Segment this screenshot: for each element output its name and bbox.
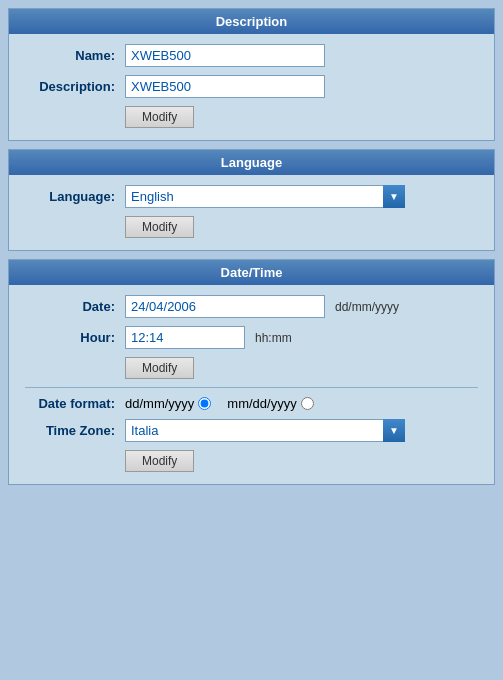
date-format-radio-group: dd/mm/yyyy mm/dd/yyyy bbox=[125, 396, 324, 411]
radio-option-mmddyyyy: mm/dd/yyyy bbox=[227, 396, 313, 411]
timezone-label: Time Zone: bbox=[25, 423, 115, 438]
timezone-modify-row: Modify bbox=[25, 450, 478, 472]
description-input[interactable] bbox=[125, 75, 325, 98]
date-format-row: Date format: dd/mm/yyyy mm/dd/yyyy bbox=[25, 396, 478, 411]
language-modify-button[interactable]: Modify bbox=[125, 216, 194, 238]
radio-ddmmyyyy[interactable] bbox=[198, 397, 211, 410]
language-section: Language Language: English Italiano Fran… bbox=[8, 149, 495, 251]
language-header: Language bbox=[9, 150, 494, 175]
description-row: Description: bbox=[25, 75, 478, 98]
language-select-wrapper: English Italiano Français Deutsch Españo… bbox=[125, 185, 405, 208]
datetime-modify-row: Modify bbox=[25, 357, 478, 379]
datetime-modify-button[interactable]: Modify bbox=[125, 357, 194, 379]
name-row: Name: bbox=[25, 44, 478, 67]
section-divider bbox=[25, 387, 478, 388]
language-modify-row: Modify bbox=[25, 216, 478, 238]
description-modify-row: Modify bbox=[25, 106, 478, 128]
language-row: Language: English Italiano Français Deut… bbox=[25, 185, 478, 208]
date-format-label: Date format: bbox=[25, 396, 115, 411]
date-hint: dd/mm/yyyy bbox=[335, 300, 399, 314]
date-label: Date: bbox=[25, 299, 115, 314]
description-header: Description bbox=[9, 9, 494, 34]
language-select[interactable]: English Italiano Français Deutsch Españo… bbox=[125, 185, 405, 208]
timezone-select[interactable]: Italia UTC GMT CET EST bbox=[125, 419, 405, 442]
timezone-row: Time Zone: Italia UTC GMT CET EST bbox=[25, 419, 478, 442]
timezone-select-wrapper: Italia UTC GMT CET EST bbox=[125, 419, 405, 442]
date-input[interactable] bbox=[125, 295, 325, 318]
datetime-header: Date/Time bbox=[9, 260, 494, 285]
hour-row: Hour: hh:mm bbox=[25, 326, 478, 349]
datetime-section: Date/Time Date: dd/mm/yyyy Hour: hh:mm M… bbox=[8, 259, 495, 485]
description-section: Description Name: Description: Modify bbox=[8, 8, 495, 141]
name-label: Name: bbox=[25, 48, 115, 63]
hour-label: Hour: bbox=[25, 330, 115, 345]
ddmmyyyy-label: dd/mm/yyyy bbox=[125, 396, 194, 411]
description-label: Description: bbox=[25, 79, 115, 94]
timezone-modify-button[interactable]: Modify bbox=[125, 450, 194, 472]
date-row: Date: dd/mm/yyyy bbox=[25, 295, 478, 318]
hour-hint: hh:mm bbox=[255, 331, 292, 345]
language-label: Language: bbox=[25, 189, 115, 204]
description-modify-button[interactable]: Modify bbox=[125, 106, 194, 128]
mmddyyyy-label: mm/dd/yyyy bbox=[227, 396, 296, 411]
radio-mmddyyyy[interactable] bbox=[301, 397, 314, 410]
hour-input[interactable] bbox=[125, 326, 245, 349]
radio-option-ddmmyyyy: dd/mm/yyyy bbox=[125, 396, 211, 411]
name-input[interactable] bbox=[125, 44, 325, 67]
